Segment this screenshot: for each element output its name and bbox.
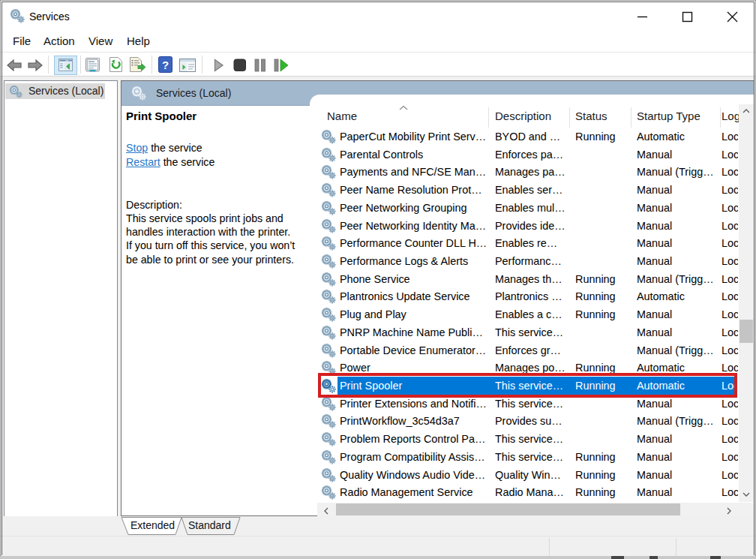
svg-text:?: ? bbox=[162, 59, 169, 71]
